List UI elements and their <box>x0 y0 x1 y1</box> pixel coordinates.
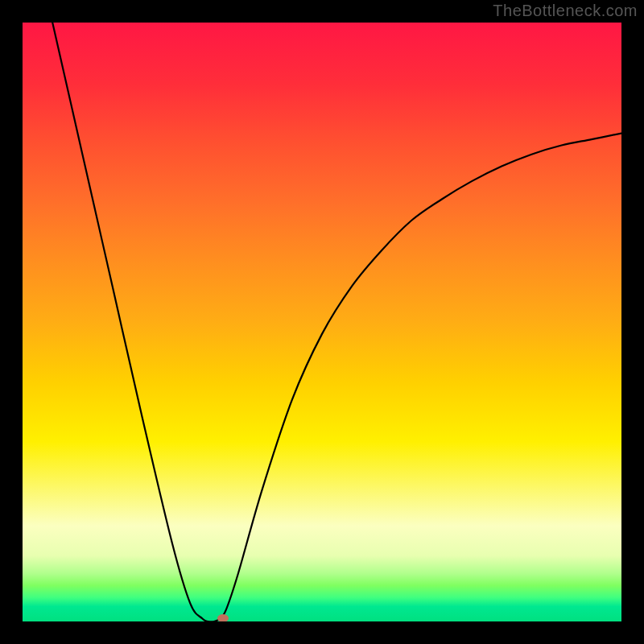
optimal-point-marker <box>217 614 229 621</box>
curve-svg <box>23 23 621 621</box>
watermark-text: TheBottleneck.com <box>493 2 638 20</box>
bottleneck-curve <box>52 23 621 621</box>
plot-area <box>23 23 621 621</box>
